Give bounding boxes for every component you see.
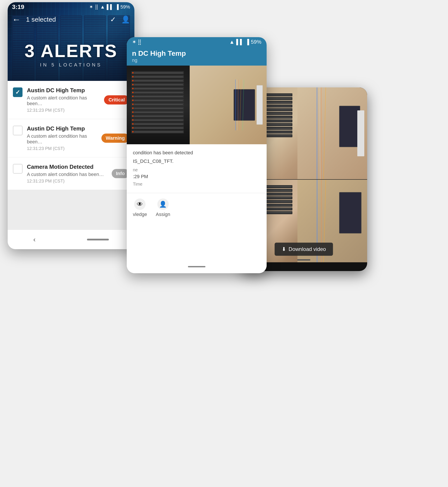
rack-unit bbox=[131, 107, 184, 110]
phone2-main-image bbox=[127, 66, 267, 144]
field1-value: :29 PM bbox=[133, 173, 261, 180]
alert-checkbox-2[interactable] bbox=[13, 126, 23, 135]
back-button[interactable]: ← bbox=[12, 15, 21, 24]
phone2-bluetooth-icon: ✶ bbox=[132, 39, 136, 45]
alert-content-3: Camera Motion Detected A custom alert co… bbox=[27, 163, 107, 184]
bluetooth-icon: ✶ bbox=[89, 4, 93, 10]
check-button[interactable]: ✓ bbox=[110, 15, 116, 24]
phone1-hero: 3:19 ✶ ⣿ ▲ ▌▌ ▐ 59% ← 1 selected ✓ 👤 3 A… bbox=[8, 2, 134, 81]
phone2-actions: 👁 vledge 👤 Assign bbox=[127, 193, 267, 223]
alert-desc-3: A custom alert condition has been… bbox=[27, 172, 107, 177]
wifi-icon: ▲ bbox=[100, 4, 105, 10]
condition-line2: IS_DC1_C08_TFT. bbox=[133, 158, 261, 165]
badge-warning: Warning bbox=[101, 134, 129, 143]
rack-unit bbox=[131, 130, 184, 133]
rack-unit bbox=[131, 119, 184, 121]
alert-item[interactable]: Austin DC High Temp A custom alert condi… bbox=[8, 81, 134, 119]
wall-bg-2 bbox=[297, 88, 367, 179]
alert-title-3: Camera Motion Detected bbox=[27, 163, 107, 170]
download-video-button[interactable]: ⬇ Download video bbox=[275, 243, 333, 256]
condition-line1: condition has been detected bbox=[133, 150, 261, 156]
rack-unit bbox=[131, 126, 184, 129]
rack-unit bbox=[131, 91, 184, 94]
phone2-signal-icon: ▌▌ bbox=[236, 39, 244, 45]
acknowledge-icon: 👁 bbox=[134, 199, 145, 210]
phone2-title: n DC High Temp bbox=[132, 49, 186, 57]
acknowledge-label: vledge bbox=[133, 212, 147, 217]
wall-panel bbox=[190, 66, 267, 144]
signal-icon: ▌▌ bbox=[107, 4, 113, 10]
wiring-svg-2 bbox=[297, 88, 367, 179]
svg-line-8 bbox=[319, 88, 320, 179]
phone2-vibrate-icon: ⣿ bbox=[138, 39, 142, 45]
phone1-statusbar: 3:19 ✶ ⣿ ▲ ▌▌ ▐ 59% bbox=[8, 2, 134, 12]
phone1-status-icons: ✶ ⣿ ▲ ▌▌ ▐ 59% bbox=[89, 4, 130, 10]
alert-content-1: Austin DC High Temp A custom alert condi… bbox=[27, 87, 100, 113]
rack-unit bbox=[131, 83, 184, 86]
phone2-subtitle: ng bbox=[132, 57, 186, 63]
rack-unit bbox=[131, 114, 184, 118]
alert-time-3: 12:31:23 PM (CST) bbox=[27, 179, 107, 184]
phone1-bottom-nav: ‹ bbox=[8, 230, 134, 249]
alert-checkbox-3[interactable] bbox=[13, 164, 23, 174]
rack-unit bbox=[131, 79, 184, 82]
acknowledge-button[interactable]: 👁 vledge bbox=[133, 199, 147, 217]
assign-button[interactable]: 👤 Assign bbox=[156, 199, 170, 217]
badge-critical: Critical bbox=[104, 95, 129, 104]
alert-desc-2: A custom alert condition has been… bbox=[27, 133, 97, 145]
assign-icon: 👤 bbox=[157, 199, 169, 210]
alert-title-2: Austin DC High Temp bbox=[27, 125, 97, 132]
wiring-svg bbox=[224, 66, 267, 144]
rack-unit bbox=[131, 122, 184, 126]
field1-label: ne bbox=[133, 168, 261, 172]
battery-icon: ▐ bbox=[115, 4, 119, 10]
phone2-bottom-nav bbox=[127, 260, 267, 273]
phone2-battery-pct: 59% bbox=[251, 39, 261, 45]
download-label: Download video bbox=[289, 246, 326, 252]
svg-line-7 bbox=[324, 88, 326, 179]
rack-unit bbox=[131, 71, 184, 74]
phone2-detail-section: condition has been detected IS_DC1_C08_T… bbox=[127, 144, 267, 193]
badge-info: Info bbox=[112, 169, 129, 178]
alerts-count-text: 3 ALERTS bbox=[8, 41, 134, 61]
download-icon: ⬇ bbox=[282, 246, 286, 252]
alert-desc-1: A custom alert condition has been… bbox=[27, 95, 100, 106]
hero-text-block: 3 ALERTS IN 5 LOCATIONS bbox=[8, 41, 134, 68]
alert-title-1: Austin DC High Temp bbox=[27, 87, 100, 94]
phone2-status-icons: ▲ ▌▌ ▐ 59% bbox=[229, 39, 261, 45]
svg-line-4 bbox=[237, 80, 238, 130]
phone2-wifi-icon: ▲ bbox=[229, 39, 234, 45]
svg-line-3 bbox=[243, 80, 244, 130]
alert-checkbox-1[interactable] bbox=[13, 88, 23, 97]
vibrate-icon: ⣿ bbox=[95, 4, 98, 10]
rack-unit bbox=[131, 99, 184, 102]
server-room-photo bbox=[127, 66, 267, 144]
phone2-battery-icon: ▐ bbox=[245, 39, 249, 45]
phone2-title-block: n DC High Temp ng bbox=[132, 49, 186, 63]
phone1-device: 3:19 ✶ ⣿ ▲ ▌▌ ▐ 59% ← 1 selected ✓ 👤 3 A… bbox=[8, 2, 134, 249]
phone2-title-row: n DC High Temp ng bbox=[132, 47, 261, 66]
scroll-indicator bbox=[297, 259, 310, 261]
rack-unit bbox=[131, 103, 184, 106]
rack-unit bbox=[131, 95, 184, 98]
svg-line-2 bbox=[240, 80, 241, 130]
alert-content-2: Austin DC High Temp A custom alert condi… bbox=[27, 125, 97, 151]
profile-button[interactable]: 👤 bbox=[121, 15, 130, 24]
battery-pct: 59% bbox=[120, 4, 130, 10]
alert-list: Austin DC High Temp A custom alert condi… bbox=[8, 81, 134, 190]
phone1-toolbar: ← 1 selected ✓ 👤 bbox=[8, 12, 134, 27]
phone1-time: 3:19 bbox=[12, 3, 24, 10]
rack-detail bbox=[130, 70, 185, 140]
phone2-home-indicator bbox=[188, 266, 205, 267]
nav-back-icon[interactable]: ‹ bbox=[33, 235, 36, 243]
phone2-header: ✶ ⣿ ▲ ▌▌ ▐ 59% n DC High Temp ng bbox=[127, 37, 267, 66]
field2-label: Time bbox=[133, 182, 261, 187]
phone2-statusbar: ✶ ⣿ ▲ ▌▌ ▐ 59% bbox=[132, 37, 261, 47]
alert-item[interactable]: Austin DC High Temp A custom alert condi… bbox=[8, 119, 134, 157]
selection-label: 1 selected bbox=[26, 16, 56, 23]
alert-item[interactable]: Camera Motion Detected A custom alert co… bbox=[8, 157, 134, 190]
locations-text: IN 5 LOCATIONS bbox=[8, 62, 134, 68]
rack-unit bbox=[131, 87, 184, 90]
rack-unit bbox=[131, 111, 184, 114]
alert-time-2: 12:31:23 PM (CST) bbox=[27, 146, 97, 151]
